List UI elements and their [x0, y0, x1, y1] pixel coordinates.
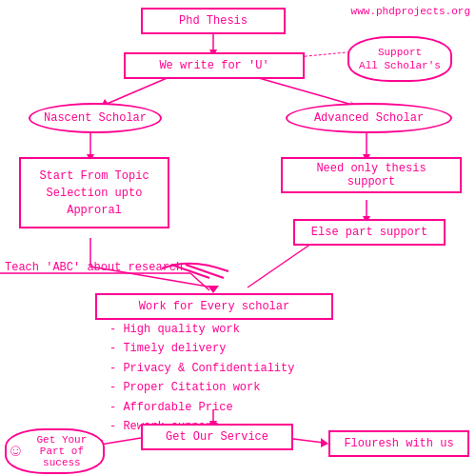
list-item-3: - Privacy & Confidentiality: [109, 359, 294, 378]
nascent-scholar-ellipse: Nascent Scholar: [29, 103, 162, 133]
teach-text: Teach 'ABC' about research: [5, 261, 183, 274]
svg-marker-27: [321, 438, 328, 447]
start-from-box: Start From TopicSelection uptoApproral: [19, 157, 169, 228]
phd-thesis-label: Phd Thesis: [179, 14, 248, 28]
svg-line-2: [105, 76, 171, 105]
else-part-box: Else part support: [293, 219, 446, 246]
support-cloud: SupportAll Scholar's: [347, 36, 452, 82]
list-item-1: - High quality work: [109, 320, 294, 339]
diagram: www.phdprojects.org Phd Thesis We write …: [0, 0, 476, 476]
get-your-cloud: ☺ Get YourPart of sucess: [5, 428, 105, 474]
flouresh-box: Flouresh with us: [328, 430, 469, 457]
teach-label: Teach 'ABC' about research: [5, 261, 183, 274]
flouresh-label: Flouresh with us: [344, 437, 453, 450]
list-item-4: - Proper Citation work: [109, 378, 294, 397]
website-url: www.phdprojects.org: [351, 6, 470, 17]
need-only-label: Need only thesis support: [290, 162, 452, 188]
we-write-box: We write for 'U': [124, 52, 305, 79]
support-cloud-label: SupportAll Scholar's: [359, 46, 441, 73]
advanced-scholar-ellipse: Advanced Scholar: [286, 103, 452, 133]
smiley-icon: ☺: [10, 442, 21, 461]
svg-line-14: [190, 273, 209, 290]
else-part-label: Else part support: [311, 226, 427, 239]
advanced-scholar-label: Advanced Scholar: [314, 111, 424, 125]
start-from-label: Start From TopicSelection uptoApproral: [39, 168, 149, 219]
work-for-box: Work for Every scholar: [95, 293, 333, 320]
list-item-5: - Affordable Price: [109, 398, 294, 417]
list-item-2: - Timely delivery: [109, 339, 294, 358]
we-write-label: We write for 'U': [159, 59, 268, 72]
svg-line-24: [100, 438, 141, 445]
svg-line-4: [252, 76, 352, 105]
svg-line-16: [186, 265, 224, 278]
work-for-label: Work for Every scholar: [139, 300, 289, 313]
nascent-scholar-label: Nascent Scholar: [44, 111, 147, 125]
get-our-service-box: Get Our Service: [141, 424, 293, 450]
svg-marker-20: [208, 286, 219, 293]
need-only-box: Need only thesis support: [281, 157, 462, 193]
get-your-label: Get YourPart of sucess: [25, 434, 99, 468]
phd-thesis-box: Phd Thesis: [141, 8, 286, 34]
list-container: - High quality work - Timely delivery - …: [109, 320, 294, 436]
get-our-service-label: Get Our Service: [166, 430, 268, 444]
